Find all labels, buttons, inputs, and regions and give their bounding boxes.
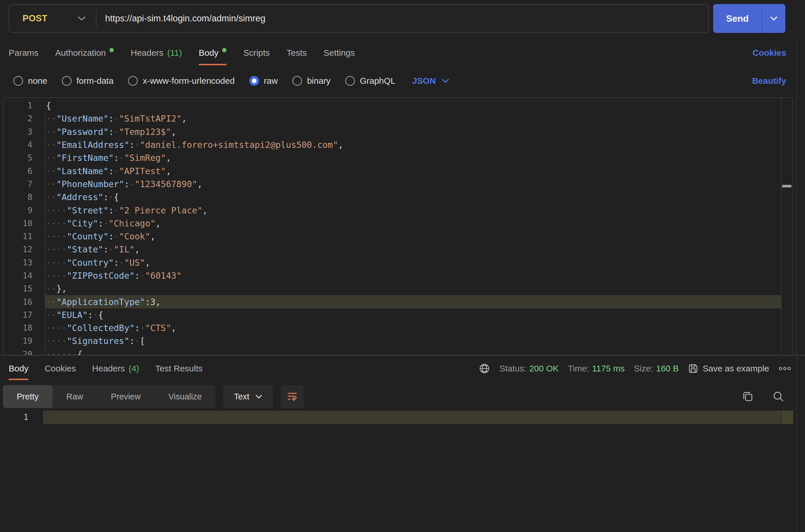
line-number: 1 — [3, 101, 32, 110]
view-raw[interactable]: Raw — [53, 385, 97, 408]
code-line-4[interactable]: 4··"EmailAddress":·"daniel.forero+simtst… — [3, 138, 792, 151]
radio-x-www-form-urlencoded[interactable]: x-www-form-urlencoded — [128, 76, 234, 86]
green-dot-badge — [222, 48, 227, 52]
wrap-text-button[interactable] — [281, 385, 304, 408]
view-visualize[interactable]: Visualize — [155, 385, 216, 408]
code-line-18[interactable]: 18····"CollectedBy":·"CTS", — [3, 321, 792, 335]
request-editor-lines: 1{2··"UserName":·"SimTstAPI2",3··"Passwo… — [3, 98, 792, 355]
method-selector[interactable]: POST — [9, 5, 96, 32]
radio-label: raw — [264, 76, 278, 86]
line-number: 20 — [3, 349, 32, 355]
globe-icon[interactable] — [479, 363, 490, 374]
tab-settings[interactable]: Settings — [324, 40, 355, 65]
time-stat[interactable]: Time: 1175 ms — [568, 364, 625, 374]
code-line-19[interactable]: 19····"Signatures":·[ — [3, 335, 792, 347]
code-line-content: ····"Signatures":·[ — [45, 335, 781, 347]
copy-icon[interactable] — [742, 390, 754, 403]
response-tab-test-results[interactable]: Test Results — [155, 357, 203, 380]
size-value: 160 B — [656, 364, 678, 374]
radio-binary[interactable]: binary — [292, 76, 331, 86]
code-line-content: ······{ — [45, 348, 781, 355]
line-number: 10 — [3, 218, 32, 228]
code-line-content: ····"Country":·"US", — [45, 256, 781, 269]
code-line-10[interactable]: 10····"City":·"Chicago", — [3, 217, 792, 230]
line-number: 12 — [3, 245, 32, 254]
headers-count-badge: (4) — [129, 364, 139, 374]
line-number: 8 — [3, 192, 32, 202]
send-options-button[interactable] — [762, 4, 785, 33]
response-header: Body Cookies Headers (4) Test Results St… — [9, 357, 791, 380]
line-number: 11 — [3, 232, 32, 241]
code-line-content: ··"EULA":·{ — [45, 308, 781, 321]
radio-graphql[interactable]: GraphQL — [345, 76, 396, 86]
tab-label: Authorization — [55, 48, 106, 58]
tab-label: Test Results — [155, 364, 203, 374]
code-line-13[interactable]: 13····"Country":·"US", — [3, 256, 792, 269]
url-input[interactable]: https://api-sim.t4login.com/admin/simreg — [96, 13, 265, 24]
code-line-6[interactable]: 6··"LastName":·"APITest", — [3, 164, 792, 177]
chevron-down-icon — [77, 16, 86, 21]
code-line-17[interactable]: 17··"EULA":·{ — [3, 308, 792, 321]
code-line-content: { — [45, 99, 781, 112]
code-line-7[interactable]: 7··"PhoneNumber":·"1234567890", — [3, 178, 792, 191]
line-number: 5 — [3, 153, 32, 163]
line-number: 14 — [3, 271, 32, 281]
code-line-5[interactable]: 5··"FirstName":·"SimReg", — [3, 151, 792, 164]
response-view-switcher: Pretty Raw Preview Visualize — [3, 385, 215, 408]
line-number: 19 — [3, 336, 32, 346]
code-line-1[interactable]: 1{ — [3, 99, 792, 112]
scrollbar-thumb[interactable] — [782, 185, 791, 187]
response-format-select[interactable]: Text — [223, 385, 273, 408]
beautify-link[interactable]: Beautify — [752, 76, 786, 86]
code-line-14[interactable]: 14····"ZIPPostCode":·"60143" — [3, 269, 792, 282]
tab-label: Scripts — [243, 48, 270, 58]
save-icon — [688, 363, 698, 374]
request-body-editor[interactable]: 1{2··"UserName":·"SimTstAPI2",3··"Passwo… — [3, 97, 793, 355]
code-line-16[interactable]: 16··"ApplicationType":3, — [3, 295, 792, 308]
more-options-icon[interactable] — [779, 366, 791, 370]
tab-headers[interactable]: Headers (11) — [131, 40, 182, 65]
tab-scripts[interactable]: Scripts — [243, 40, 270, 65]
code-line-11[interactable]: 11····"County":·"Cook", — [3, 230, 792, 243]
tab-params[interactable]: Params — [9, 40, 38, 65]
tab-body[interactable]: Body — [199, 40, 227, 65]
radio-label: x-www-form-urlencoded — [143, 76, 234, 86]
radio-form-data[interactable]: form-data — [62, 76, 114, 86]
tab-tests[interactable]: Tests — [287, 40, 307, 65]
radio-raw[interactable]: raw — [249, 76, 278, 86]
code-line-20[interactable]: 20······{ — [3, 348, 792, 355]
language-select[interactable]: JSON — [412, 76, 449, 86]
cookies-link[interactable]: Cookies — [752, 48, 786, 58]
status-label: Status: — [499, 364, 526, 374]
send-split-button: Send — [713, 4, 785, 33]
view-pretty[interactable]: Pretty — [3, 385, 53, 408]
status-stat[interactable]: Status: 200 OK — [499, 364, 559, 374]
view-preview[interactable]: Preview — [97, 385, 155, 408]
code-line-12[interactable]: 12····"State":·"IL", — [3, 243, 792, 256]
response-tab-headers[interactable]: Headers (4) — [92, 357, 139, 380]
tab-label: Body — [199, 48, 218, 58]
radio-label: GraphQL — [360, 76, 396, 86]
pane-splitter[interactable] — [0, 355, 805, 356]
size-label: Size: — [634, 364, 653, 374]
search-icon[interactable] — [772, 390, 785, 403]
code-line-content: ··"FirstName":·"SimReg", — [45, 151, 781, 164]
code-line-2[interactable]: 2··"UserName":·"SimTstAPI2", — [3, 112, 792, 125]
tab-authorization[interactable]: Authorization — [55, 40, 114, 65]
wrap-text-icon — [287, 391, 298, 402]
code-line-9[interactable]: 9····"Street":·"2 Pierce Place", — [3, 204, 792, 216]
line-number: 16 — [3, 297, 32, 307]
radio-none[interactable]: none — [13, 76, 47, 86]
response-tab-body[interactable]: Body — [9, 357, 28, 380]
code-line-8[interactable]: 8··"Address":·{ — [3, 191, 792, 204]
code-line-3[interactable]: 3··"Password":·"Temp123$", — [3, 125, 792, 138]
send-button[interactable]: Send — [713, 4, 762, 33]
format-label: Text — [234, 392, 249, 401]
request-url-bar: POST https://api-sim.t4login.com/admin/s… — [9, 4, 709, 33]
code-line-15[interactable]: 15··}, — [3, 282, 792, 295]
response-current-line[interactable] — [43, 411, 782, 424]
radio-label: none — [28, 76, 47, 86]
response-tab-cookies[interactable]: Cookies — [44, 357, 76, 380]
save-as-example-button[interactable]: Save as example — [688, 363, 769, 374]
size-stat[interactable]: Size: 160 B — [634, 364, 679, 374]
